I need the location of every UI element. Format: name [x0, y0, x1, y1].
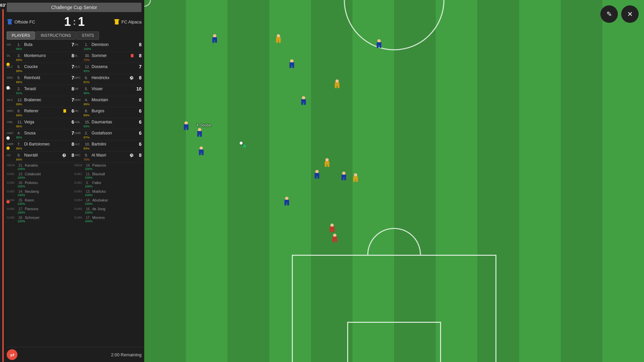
home-sub-5: SUB5 17. Parsons 100% [7, 207, 74, 214]
home-player-8: AMC 4. Sousa 7 90% [7, 130, 74, 139]
home-player-10: AC 9. Navrátil ⚽ 8 84% [7, 153, 74, 161]
home-pos-9: AMR [7, 142, 16, 146]
home-stamina-9: 86% [16, 147, 74, 150]
away-rating-6: 6 [135, 108, 142, 114]
home-sub-name-2: Poliviou [25, 181, 38, 185]
top-right-buttons: ✎ ✕ [600, 5, 639, 23]
away-player-6: MC 8. Burgos 6 89% [74, 108, 142, 117]
away-name-7: Daumantas [92, 120, 133, 124]
home-pos-7: AML [7, 120, 16, 124]
away-stamina-9: 83% [84, 147, 142, 150]
home-stamina-6: 84% [16, 114, 74, 117]
red-card-away [131, 54, 133, 57]
time-dot-1 [6, 63, 10, 66]
home-sub-name-4: Kwon [25, 198, 34, 202]
away-num-7: 15. [85, 120, 90, 124]
home-sub-2: SUB2 10. Poliviou 100% [7, 181, 74, 188]
pitch-container: 4. Sousa [144, 0, 644, 362]
home-rating-8: 7 [67, 130, 74, 136]
away-sub-stamina-1: 100% [85, 176, 142, 179]
away-player-info-2: DLC 12. Dossena 7 [74, 64, 142, 69]
home-sub-name-6: Schreyer [25, 216, 40, 220]
tab-stats[interactable]: STATS [76, 32, 99, 40]
home-player-info-0: GK 1. Buta 7 [7, 42, 74, 47]
away-stamina-7: 93% [84, 125, 142, 128]
sub-row-4: SUB4 15. Kwon 100% SUB4 14. Abubakar 100… [7, 197, 142, 206]
away-num-4: 5. [85, 87, 90, 91]
away-sub-info-6: SUB6 17. Moreno [74, 216, 142, 220]
home-player-info-4: DR 2. Terasti 8 [7, 86, 74, 92]
away-name-5: Mountain [92, 98, 133, 102]
away-sub-num-4: 14. [86, 198, 91, 202]
substitution-button[interactable]: ⇄ [7, 349, 17, 360]
away-player-4: DR 5. Visser 10 96% [74, 86, 142, 95]
main-container: 63' Challenge Cup Senior Offside FC 1 [0, 0, 644, 362]
corner-flag [144, 0, 151, 7]
home-sub-pos-2: SUB2 [7, 181, 17, 184]
home-sub-stamina-3: 100% [17, 193, 74, 197]
home-sub-stamina-1: 100% [17, 176, 74, 179]
away-name-9: Bartolini [92, 142, 133, 146]
home-player-0: GK 1. Buta 7 96% [7, 42, 74, 51]
home-sub-4: SUB4 15. Kwon 100% [7, 198, 74, 205]
away-sub-num-6: 17. [86, 216, 91, 220]
away-name-2: Dossena [92, 64, 133, 69]
time-remaining: 2:00 Remaining [111, 352, 142, 357]
score-header: Offside FC 1 : 1 FC Alpaca [7, 12, 144, 30]
edit-button[interactable]: ✎ [600, 5, 618, 23]
away-sub-pos-2: SUB2 [74, 181, 85, 184]
home-pos-0: GK [7, 43, 16, 46]
home-team-name: Offside FC [14, 19, 35, 24]
sub-row-6: SUB6 18. Schreyer 100% SUB6 17. Moreno 1… [7, 215, 142, 224]
away-sub-6: SUB6 17. Moreno 100% [74, 216, 142, 223]
away-stamina-10: 75% [84, 158, 142, 161]
goal-area [347, 322, 441, 362]
away-num-3: 6. [85, 76, 90, 80]
away-sub-pos-1: SUB1 [74, 172, 85, 176]
home-score: 1 [64, 15, 71, 29]
away-player-7: AML 15. Daumantas 6 93% [74, 119, 142, 128]
away-sub-num-3: 13. [86, 190, 91, 193]
away-sub-stamina-4: 100% [85, 202, 142, 205]
away-num-5: 4. [85, 98, 90, 102]
home-name-9: Di Bartolomeo [24, 142, 66, 146]
home-sub-3: SUB3 14. Neuberg 100% [7, 189, 74, 197]
home-sub-name-0: Kanakis [25, 163, 38, 167]
away-sub-info-2: SUB2 3. Falke [74, 181, 142, 185]
away-sub-stamina-6: 100% [85, 220, 142, 223]
away-pos-8: AMR [74, 131, 84, 135]
home-sub-1: SUB1 13. Celakoski 100% [7, 172, 74, 179]
home-sub-info-0: SBGK 21. Kanakis [7, 163, 74, 167]
player-row-4: DR 2. Terasti 8 91% DR 5. Visser 10 [7, 85, 142, 96]
penalty-arc [367, 228, 421, 255]
away-sub-pos-0: SBGK [74, 164, 85, 167]
away-pos-2: DLC [74, 65, 84, 68]
tab-instructions[interactable]: INSTRUCTIONS [36, 32, 76, 40]
home-rating-9: 8 [67, 141, 74, 147]
away-num-10: 9. [85, 153, 90, 157]
away-sub-info-1: SUB1 11. Blackall [74, 172, 142, 176]
close-button[interactable]: ✕ [621, 5, 639, 23]
player-row-0: GK 1. Buta 7 96% GK 1. Dennison 8 [7, 41, 142, 52]
away-sub-pos-3: SUB3 [74, 190, 85, 193]
pitch-markings [144, 0, 644, 362]
home-sub-num-2: 10. [18, 181, 24, 185]
home-name-8: Sousa [24, 131, 66, 135]
home-sub-info-3: SUB3 14. Neuberg [7, 189, 74, 193]
away-player-info-4: DR 5. Visser 10 [74, 86, 142, 92]
away-rating-5: 8 [135, 97, 142, 103]
away-num-6: 8. [85, 109, 90, 113]
away-rating-3: 8 [135, 75, 142, 80]
home-sub-stamina-2: 100% [17, 185, 74, 188]
home-stamina-10: 84% [16, 158, 74, 161]
home-player-2: DLC 6. Coucke 7 86% [7, 64, 74, 73]
player-row-3: DRC 5. Reinhold 7 86% DRC 6. Hendrickx ⚽ [7, 74, 142, 85]
tab-players[interactable]: PLAYERS [7, 32, 35, 40]
away-name-8: Gustafsson [92, 131, 133, 135]
home-player-info-1: DL 3. Montemurro 8 [7, 53, 74, 58]
tab-row: PLAYERS INSTRUCTIONS STATS [7, 32, 142, 40]
away-rating-8: 6 [135, 130, 142, 136]
home-num-1: 3. [17, 54, 23, 58]
home-player-7: AML 11. Veiga 6 86% [7, 119, 74, 128]
away-name-10: Al Masri [92, 153, 128, 158]
